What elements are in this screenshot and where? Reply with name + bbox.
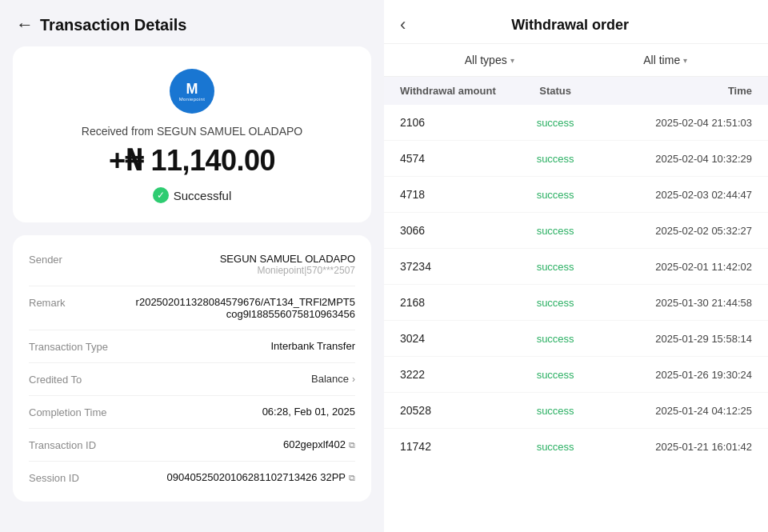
brand-logo-sub: Moniepoint: [179, 97, 205, 102]
detail-row: Session ID09040525020106281102713426 32P…: [29, 462, 355, 494]
detail-value-sub: Moniepoint|570***2507: [220, 265, 355, 276]
table-column-header: Status: [503, 85, 606, 97]
table-row: 3066success2025-02-02 05:32:27: [384, 213, 768, 249]
detail-row: Completion Time06:28, Feb 01, 2025: [29, 396, 355, 429]
right-header: ‹ Withdrawal order: [384, 0, 768, 44]
back-arrow-icon: ←: [16, 14, 34, 35]
time-cell: 2025-01-30 21:44:58: [607, 297, 752, 309]
table-header: Withdrawal amountStatusTime: [384, 77, 768, 105]
status-cell: success: [503, 189, 606, 201]
withdrawal-amount-cell: 2168: [400, 296, 503, 309]
chevron-right-icon: ›: [352, 374, 355, 385]
withdrawal-amount-cell: 3222: [400, 368, 503, 381]
chevron-down-icon-2: ▾: [683, 56, 687, 65]
detail-row: Remarkr202502011328084579676/AT134_TRFl2…: [29, 286, 355, 330]
withdrawal-amount-cell: 37234: [400, 260, 503, 273]
withdrawal-amount-cell: 4718: [400, 188, 503, 201]
detail-value: 09040525020106281102713426 32PP⧉: [167, 471, 355, 483]
status-cell: success: [503, 405, 606, 417]
time-cell: 2025-01-24 04:12:25: [607, 405, 752, 417]
detail-label: Session ID: [29, 471, 117, 484]
detail-row: Transaction ID602gepxlf402⧉: [29, 429, 355, 462]
status-cell: success: [503, 117, 606, 129]
right-panel: ‹ Withdrawal order All types ▾ All time …: [384, 0, 768, 532]
detail-value: 602gepxlf402⧉: [283, 438, 355, 450]
copy-icon[interactable]: ⧉: [349, 473, 355, 482]
table-row: 3024success2025-01-29 15:58:14: [384, 321, 768, 357]
brand-logo-letter: M: [186, 82, 198, 96]
table-row: 3222success2025-01-26 19:30:24: [384, 357, 768, 393]
time-cell: 2025-02-03 02:44:47: [607, 189, 752, 201]
brand-logo: M Moniepoint: [170, 69, 214, 114]
chevron-down-icon: ▾: [510, 56, 514, 65]
detail-row: SenderSEGUN SAMUEL OLADAPOMoniepoint|570…: [29, 243, 355, 286]
detail-value: Interbank Transfer: [271, 340, 356, 352]
page-title: Transaction Details: [40, 16, 186, 34]
time-cell: 2025-01-29 15:58:14: [607, 333, 752, 345]
all-time-label: All time: [643, 54, 680, 66]
detail-row: Transaction TypeInterbank Transfer: [29, 330, 355, 363]
withdrawal-amount-cell: 3066: [400, 224, 503, 237]
table-column-header: Withdrawal amount: [400, 85, 503, 97]
time-cell: 2025-02-01 11:42:02: [607, 261, 752, 273]
detail-value: r202502011328084579676/AT134_TRFl2MPT5co…: [131, 296, 355, 320]
withdrawal-amount-cell: 11742: [400, 440, 503, 453]
table-row: 20528success2025-01-24 04:12:25: [384, 393, 768, 429]
back-button-left[interactable]: ← Transaction Details: [16, 14, 186, 35]
detail-row: Credited ToBalance ›: [29, 363, 355, 396]
table-row: 4574success2025-02-04 10:32:29: [384, 141, 768, 177]
detail-label: Sender: [29, 253, 117, 266]
all-types-filter[interactable]: All types ▾: [465, 54, 514, 66]
table-body: 2106success2025-02-04 21:51:034574succes…: [384, 105, 768, 532]
detail-value: 06:28, Feb 01, 2025: [262, 406, 355, 418]
copy-icon[interactable]: ⧉: [349, 440, 355, 450]
detail-label: Completion Time: [29, 406, 117, 418]
status-cell: success: [503, 369, 606, 381]
time-cell: 2025-01-26 19:30:24: [607, 369, 752, 381]
detail-label: Credited To: [29, 373, 117, 386]
table-row: 11742success2025-01-21 16:01:42: [384, 429, 768, 464]
all-time-filter[interactable]: All time ▾: [643, 54, 687, 66]
time-cell: 2025-02-04 10:32:29: [607, 153, 752, 165]
status-cell: success: [503, 225, 606, 237]
status-badge: ✓ Successful: [153, 187, 232, 203]
status-cell: success: [503, 297, 606, 309]
status-cell: success: [503, 153, 606, 165]
all-types-label: All types: [465, 54, 507, 66]
table-row: 2106success2025-02-04 21:51:03: [384, 105, 768, 141]
withdrawal-amount-cell: 20528: [400, 404, 503, 417]
detail-label: Transaction Type: [29, 340, 117, 353]
time-cell: 2025-02-04 21:51:03: [607, 117, 752, 129]
detail-label: Remark: [29, 296, 117, 309]
transaction-amount: +₦ 11,140.00: [109, 144, 275, 178]
table-column-header: Time: [607, 85, 752, 97]
transaction-card: M Moniepoint Received from SEGUN SAMUEL …: [13, 46, 371, 222]
detail-value: SEGUN SAMUEL OLADAPO: [220, 253, 355, 265]
withdrawal-order-title: Withdrawal order: [415, 17, 725, 34]
filter-row: All types ▾ All time ▾: [384, 44, 768, 77]
table-row: 4718success2025-02-03 02:44:47: [384, 177, 768, 213]
left-header: ← Transaction Details: [0, 0, 384, 46]
time-cell: 2025-01-21 16:01:42: [607, 441, 752, 453]
status-cell: success: [503, 441, 606, 453]
details-section: SenderSEGUN SAMUEL OLADAPOMoniepoint|570…: [13, 235, 371, 502]
withdrawal-amount-cell: 2106: [400, 116, 503, 129]
received-from-label: Received from SEGUN SAMUEL OLADAPO: [82, 125, 302, 138]
back-arrow-right-icon: ‹: [400, 14, 406, 34]
left-panel: ← Transaction Details M Moniepoint Recei…: [0, 0, 384, 532]
back-button-right[interactable]: ‹: [400, 14, 406, 35]
time-cell: 2025-02-02 05:32:27: [607, 225, 752, 237]
detail-value[interactable]: Balance ›: [311, 373, 355, 385]
status-label: Successful: [174, 189, 232, 202]
withdrawal-amount-cell: 3024: [400, 332, 503, 345]
detail-label: Transaction ID: [29, 438, 117, 451]
withdrawal-amount-cell: 4574: [400, 152, 503, 165]
status-cell: success: [503, 261, 606, 273]
table-row: 37234success2025-02-01 11:42:02: [384, 249, 768, 285]
table-row: 2168success2025-01-30 21:44:58: [384, 285, 768, 321]
check-circle-icon: ✓: [153, 187, 169, 203]
status-cell: success: [503, 333, 606, 345]
